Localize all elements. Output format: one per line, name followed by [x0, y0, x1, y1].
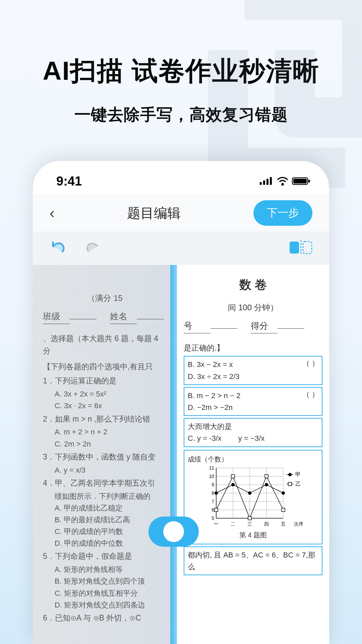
section-right: 是正确的.】 — [184, 342, 322, 354]
q1a: A. 3x + 2x = 5x² — [55, 388, 167, 400]
paper-meta-left: （满分 15 — [43, 292, 167, 305]
q1b: B. 3x − 2x = x — [188, 359, 318, 370]
svg-rect-52 — [288, 482, 292, 486]
q5c: C. 矩形的对角线互相平分 — [55, 587, 167, 599]
q2: 2．如果 m > n ,那么下列结论错 — [43, 413, 167, 425]
wifi-icon — [277, 177, 289, 185]
svg-text:五: 五 — [281, 521, 286, 527]
svg-rect-46 — [215, 508, 218, 512]
paper-fields-right: 号 得分 — [184, 319, 322, 333]
q3-box: 大而增大的是 C. y = -3/x y = −3/x — [184, 418, 322, 447]
q3-right: 大而增大的是 — [188, 421, 318, 432]
q4-cont: 绩如图所示．下列判断正确的 — [55, 490, 167, 502]
svg-text:5: 5 — [212, 516, 214, 521]
q4-chart: 567891011一二三四五次序甲乙 — [203, 465, 303, 528]
svg-point-42 — [282, 491, 285, 495]
svg-rect-49 — [265, 475, 268, 478]
svg-point-41 — [265, 483, 268, 486]
redo-button[interactable] — [84, 240, 101, 256]
next-button[interactable]: 下一步 — [253, 200, 312, 226]
svg-text:9: 9 — [212, 482, 214, 487]
toolbar — [33, 231, 329, 265]
q2-box: （ ） B. m − 2 > n − 2 D. −2m > −2n — [184, 387, 322, 416]
q4-chart-box: 成绩（个数） 567891011一二三四五次序甲乙 第 4 题图 — [184, 450, 322, 544]
status-icons — [260, 177, 311, 185]
svg-point-4 — [282, 183, 284, 185]
q5b: B. 矩形对角线交点到四个顶 — [55, 575, 167, 587]
svg-text:甲: 甲 — [295, 472, 301, 477]
field-class-label: 班级 — [43, 310, 70, 324]
q5a: A. 矩形的对角线相等 — [55, 564, 167, 575]
svg-text:一: 一 — [214, 521, 219, 527]
q3d: y = −3/x — [238, 432, 264, 444]
q1: 1．下列运算正确的是 — [43, 375, 167, 387]
nav-title: 题目编辑 — [127, 204, 181, 222]
compare-slider-handle[interactable] — [148, 517, 199, 547]
q3: 3．下列函数中，函数值 y 随自变 — [43, 451, 167, 463]
chart-title: 成绩（个数） — [188, 454, 318, 465]
nav-bar: ‹ 题目编辑 下一步 — [33, 195, 329, 231]
section-head: 、选择题（本大题共 6 题，每题 4 分 — [43, 332, 167, 357]
svg-point-39 — [231, 483, 235, 486]
slider-knob — [163, 521, 184, 542]
svg-rect-10 — [303, 241, 312, 254]
svg-text:四: 四 — [264, 521, 269, 527]
compare-divider[interactable] — [170, 265, 177, 644]
q6-right: 都内切, 且 AB = 5、AC = 6、BC = 7,那么 — [188, 549, 318, 573]
q2b: B. m − 2 > n − 2 — [188, 390, 318, 401]
paper-original: （满分 15 班级 姓名 、选择题（本大题共 6 题，每题 4 分 【下列各题的… — [33, 265, 174, 644]
svg-text:7: 7 — [212, 499, 214, 504]
q3a: A. y = x/3 — [55, 464, 167, 476]
svg-rect-0 — [260, 182, 262, 185]
svg-text:二: 二 — [231, 521, 235, 527]
svg-text:次序: 次序 — [294, 521, 303, 527]
svg-text:三: 三 — [247, 521, 252, 527]
paper-fields-left: 班级 姓名 — [43, 310, 167, 324]
q5d: D. 矩形对角线交点到四条边 — [55, 599, 167, 611]
back-button[interactable]: ‹ — [50, 205, 55, 221]
battery-icon — [292, 177, 311, 185]
q6: 6．已知⊙A 与 ⊙B 外切，⊙C — [43, 612, 167, 624]
q4a: A. 甲的成绩比乙稳定 — [55, 502, 167, 514]
paper-title-right: 数 卷 — [184, 275, 322, 294]
paper-cleaned: 数 卷 间 100 分钟） 号 得分 是正确的.】 （ ） B. 3x − 2x… — [174, 265, 329, 644]
q2a: A. m + 2 > n + 2 — [55, 426, 167, 438]
compare-toggle-button[interactable] — [289, 239, 312, 257]
status-time: 9:41 — [56, 174, 82, 189]
svg-rect-48 — [248, 517, 251, 520]
phone-mockup: 9:41 ‹ 题目编辑 下一步 （满分 15 班级 姓名 — [33, 161, 329, 644]
svg-rect-6 — [293, 179, 307, 183]
paren: （ ） — [302, 357, 319, 369]
paper-meta-right: 间 100 分钟） — [184, 301, 322, 314]
q1-box: （ ） B. 3x − 2x = x D. 3x ÷ 2x = 2/3 — [184, 356, 322, 385]
svg-rect-3 — [270, 177, 272, 185]
q2d: D. −2m > −2n — [188, 401, 318, 413]
svg-text:11: 11 — [209, 465, 214, 471]
section-note: 【下列各题的四个选项中,有且只 — [43, 361, 167, 373]
paren: （ ） — [302, 388, 319, 400]
svg-text:10: 10 — [209, 474, 214, 479]
field-num-label: 号 — [184, 319, 210, 333]
svg-point-38 — [215, 491, 218, 495]
signal-icon — [260, 177, 273, 185]
field-name-label: 姓名 — [110, 310, 137, 324]
svg-text:8: 8 — [212, 490, 214, 496]
q4d: D. 甲的成绩的中位数 — [55, 537, 167, 549]
document-compare-area: （满分 15 班级 姓名 、选择题（本大题共 6 题，每题 4 分 【下列各题的… — [33, 265, 329, 644]
svg-rect-2 — [266, 179, 268, 185]
field-score-label: 得分 — [251, 319, 278, 333]
undo-button[interactable] — [50, 240, 67, 256]
q3c: C. y = -3/x — [188, 432, 222, 444]
svg-rect-50 — [282, 508, 285, 512]
svg-text:6: 6 — [212, 507, 214, 513]
svg-point-40 — [248, 491, 251, 495]
svg-rect-7 — [308, 180, 310, 182]
q5: 5．下列命题中，假命题是 — [43, 550, 167, 562]
svg-rect-1 — [263, 180, 265, 185]
svg-point-44 — [288, 473, 292, 476]
svg-rect-47 — [231, 475, 235, 478]
svg-rect-8 — [290, 241, 299, 254]
q6-box: 都内切, 且 AB = 5、AC = 6、BC = 7,那么 — [184, 546, 322, 575]
status-bar: 9:41 — [33, 161, 329, 195]
q4: 4．甲、乙两名同学本学期五次引 — [43, 477, 167, 489]
